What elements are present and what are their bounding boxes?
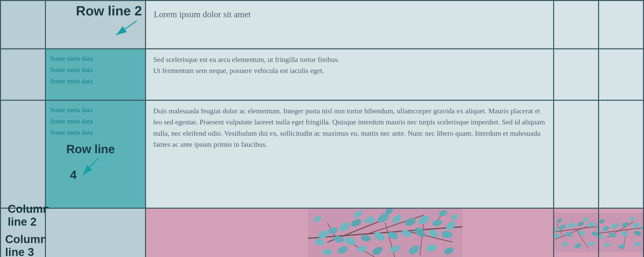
row-line-4-annotation: Row line 4 bbox=[66, 143, 115, 181]
row-line-2-label: Row line 2 bbox=[76, 4, 142, 18]
meta-item-r2-3: Some meta data bbox=[50, 76, 141, 87]
row-line-4-arrow bbox=[78, 156, 111, 179]
main-grid: Row line 2 Lorem ipsum dolor sit amet So… bbox=[0, 0, 644, 257]
cell-r4-c1: Column line 2 Column line 3 bbox=[1, 208, 45, 257]
cell-r4-c5 bbox=[599, 208, 643, 257]
leaf-svg-c5 bbox=[599, 209, 643, 257]
cell-r4-c4 bbox=[554, 208, 599, 257]
column-line-2-annotation: Column line 2 bbox=[5, 203, 41, 228]
cell-r1-c1 bbox=[1, 1, 45, 49]
cell-r3-c1 bbox=[1, 100, 45, 208]
row-line-2-arrow bbox=[111, 18, 142, 39]
meta-item-r2-1: Some meta data bbox=[50, 53, 141, 64]
body-text-r3: Duis malesuada feugiat dolor ac elementu… bbox=[153, 105, 546, 150]
cell-r4-c3 bbox=[146, 208, 554, 257]
cell-r3-c2: Some meta data Some meta data Some meta … bbox=[45, 100, 146, 208]
column-line-2-label: Column line 2 bbox=[8, 203, 50, 228]
body-text-r2-1: Sed scelerisque est eu arcu elementum, u… bbox=[153, 54, 546, 65]
leaf-background bbox=[146, 209, 553, 257]
body-text-r2-2: Ut fermentum sem neque, posuere vehicula… bbox=[153, 65, 546, 76]
cell-r1-c3: Lorem ipsum dolor sit amet bbox=[146, 1, 554, 49]
column-line-3-label: Column line 3 bbox=[5, 233, 47, 257]
leaf-background-c5 bbox=[599, 209, 643, 257]
cell-r2-c2: Some meta data Some meta data Some meta … bbox=[45, 49, 146, 100]
row-line-2-annotation: Row line 2 bbox=[76, 4, 142, 39]
cell-r2-c5 bbox=[599, 49, 643, 100]
meta-item-r3-2: Some meta data bbox=[50, 116, 141, 127]
leaf-background-c4 bbox=[554, 209, 598, 257]
svg-line-3 bbox=[83, 158, 98, 175]
cell-r2-c1 bbox=[1, 49, 45, 100]
cell-r2-c3: Sed scelerisque est eu arcu elementum, u… bbox=[146, 49, 554, 100]
cell-r1-c2: Row line 2 bbox=[45, 1, 146, 49]
meta-item-r3-3: Some meta data bbox=[50, 127, 141, 138]
cell-r3-c5 bbox=[599, 100, 643, 208]
cell-r4-c2 bbox=[45, 208, 146, 257]
leaf-pattern-svg bbox=[146, 209, 553, 257]
column-line-3-annotation: Column line 3 bbox=[5, 233, 41, 257]
cell-r3-c3: Duis malesuada feugiat dolor ac elementu… bbox=[146, 100, 554, 208]
cell-r2-c4 bbox=[554, 49, 599, 100]
cell-r3-c4 bbox=[554, 100, 599, 208]
meta-item-r3-1: Some meta data bbox=[50, 104, 141, 116]
cell-r1-c4 bbox=[554, 1, 599, 49]
cell-r1-c5 bbox=[599, 1, 643, 49]
lorem-text: Lorem ipsum dolor sit amet bbox=[154, 8, 545, 21]
meta-item-r2-2: Some meta data bbox=[50, 64, 141, 76]
leaf-svg-c4 bbox=[554, 209, 598, 257]
svg-line-1 bbox=[116, 21, 137, 35]
